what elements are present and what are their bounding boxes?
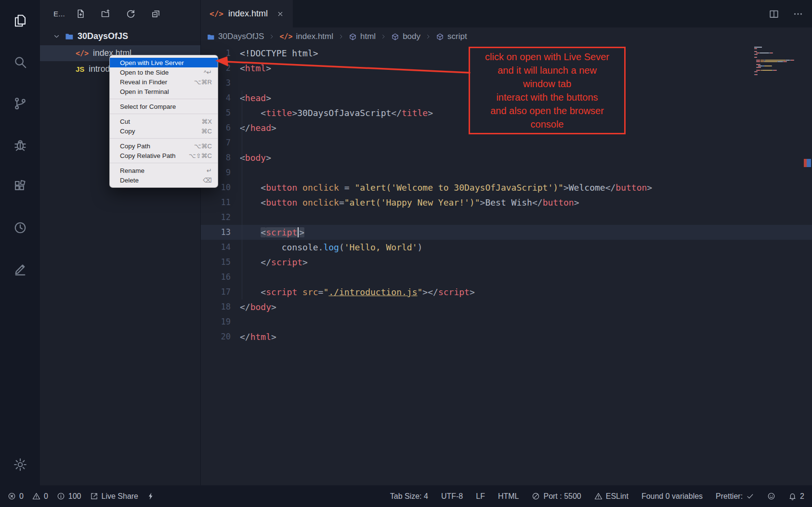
status-label: Port : 5500: [543, 492, 581, 501]
menu-item-open-with-live-server[interactable]: Open with Live Server: [110, 58, 218, 67]
menu-item-copy-relative-path[interactable]: Copy Relative Path⌥⇧⌘C: [110, 151, 218, 160]
annotation-text: window tab: [473, 77, 621, 91]
vscode-window: E... 30DaysOfJS </>index.htmlJSintroduct…: [0, 0, 812, 507]
breadcrumb-label: html: [360, 32, 376, 41]
code-line-19[interactable]: 19: [201, 314, 812, 329]
settings-icon[interactable]: [0, 444, 40, 485]
variables-count[interactable]: Found 0 variables: [642, 492, 703, 501]
menu-item-reveal-in-finder[interactable]: Reveal in Finder⌥⌘R: [110, 77, 218, 87]
menu-item-label: Copy Path: [120, 143, 150, 150]
menu-shortcut: ⌘X: [201, 118, 212, 125]
line-number: 19: [201, 314, 231, 329]
info-icon: [57, 492, 65, 500]
code-line-17[interactable]: 17 <script src="./introduction.js"></scr…: [201, 285, 812, 299]
status-label: 0: [19, 492, 24, 501]
code-text: <button onclick = "alert('Welcome to 30D…: [231, 180, 652, 195]
explorer-icon[interactable]: [0, 0, 40, 41]
live-server-port[interactable]: Port : 5500: [532, 492, 581, 501]
menu-item-label: Cut: [120, 118, 130, 125]
info-count[interactable]: 100: [57, 492, 81, 501]
folder-row-30daysofjs[interactable]: 30DaysOfJS: [40, 27, 200, 45]
eslint-status[interactable]: ESLint: [594, 492, 629, 501]
collapse-folders-button[interactable]: [151, 9, 161, 19]
language-indicator[interactable]: HTML: [498, 492, 519, 501]
code-line-18[interactable]: 18</body>: [201, 299, 812, 314]
code-line-13[interactable]: 13 <script>: [201, 225, 812, 240]
menu-item-label: Open to the Side: [120, 69, 169, 76]
breadcrumb-html[interactable]: html: [349, 32, 376, 41]
code-line-20[interactable]: 20</html>: [201, 329, 812, 344]
run-debug-icon[interactable]: [0, 124, 40, 166]
split-editor-button[interactable]: [769, 9, 779, 19]
new-folder-button[interactable]: [101, 9, 111, 19]
tab-close-icon[interactable]: [276, 10, 284, 18]
encoding-indicator[interactable]: UTF-8: [441, 492, 463, 501]
code-line-12[interactable]: 12: [201, 210, 812, 225]
bolt-indicator[interactable]: [147, 492, 155, 500]
search-icon[interactable]: [0, 41, 40, 83]
tab-size-indicator[interactable]: Tab Size: 4: [390, 492, 428, 501]
tab-index-html[interactable]: </> index.html: [201, 0, 293, 27]
more-actions-button[interactable]: [793, 9, 803, 19]
chevron-down-icon: [52, 32, 61, 40]
menu-item-open-in-terminal[interactable]: Open in Terminal: [110, 87, 218, 96]
refresh-explorer-button[interactable]: [126, 9, 136, 19]
cube-icon: [391, 33, 399, 41]
status-label: 100: [68, 492, 81, 501]
code-line-9[interactable]: 9: [201, 165, 812, 180]
code-line-15[interactable]: 15 </script>: [201, 255, 812, 270]
notifications-bell[interactable]: 2: [788, 492, 804, 501]
prettier-status[interactable]: Prettier:: [716, 492, 754, 501]
menu-item-copy[interactable]: Copy⌘C: [110, 126, 218, 136]
annotation-box: click on open with Live Severand it will…: [469, 47, 626, 134]
extensions-icon[interactable]: [0, 166, 40, 207]
problems-warnings[interactable]: 0: [32, 492, 48, 501]
minimap-line: [754, 71, 799, 72]
code-line-8[interactable]: 8<body>: [201, 150, 812, 165]
live-share[interactable]: Live Share: [90, 492, 139, 501]
problems-errors[interactable]: 0: [8, 492, 24, 501]
menu-item-delete[interactable]: Delete⌫: [110, 175, 218, 185]
status-label: Prettier:: [716, 492, 743, 501]
breadcrumb-30daysofjs[interactable]: 30DaysOfJS: [207, 32, 264, 41]
file-type-icon: </>: [76, 49, 89, 58]
menu-item-label: Open in Terminal: [120, 88, 169, 95]
menu-item-select-for-compare[interactable]: Select for Compare: [110, 102, 218, 111]
live-share-icon: [90, 492, 98, 500]
bolt-icon: [147, 492, 155, 500]
menu-item-rename[interactable]: Rename↵: [110, 166, 218, 175]
new-file-button[interactable]: [76, 9, 86, 19]
menu-item-copy-path[interactable]: Copy Path⌥⌘C: [110, 141, 218, 151]
status-label: 2: [800, 492, 804, 501]
line-number: 18: [201, 299, 231, 314]
code-text: [231, 210, 240, 225]
history-icon[interactable]: [0, 207, 40, 248]
line-number: 14: [201, 240, 231, 255]
line-number: 16: [201, 270, 231, 285]
source-control-icon[interactable]: [0, 83, 40, 124]
activity-bar-top: [0, 0, 40, 290]
breadcrumb-label: 30DaysOfJS: [218, 32, 264, 41]
menu-item-cut[interactable]: Cut⌘X: [110, 117, 218, 126]
indent-guide: [242, 91, 242, 299]
code-text: <title>30DaysOfJavaScript</title>: [231, 105, 433, 120]
feedback-icon[interactable]: [0, 248, 40, 290]
minimap-line: [754, 58, 799, 59]
code-line-11[interactable]: 11 <button onclick="alert('Happy New Yea…: [201, 195, 812, 210]
feedback-smiley[interactable]: [767, 492, 775, 500]
breadcrumb-script[interactable]: script: [436, 32, 467, 41]
code-line-7[interactable]: 7: [201, 135, 812, 150]
code-line-16[interactable]: 16: [201, 270, 812, 285]
breadcrumb-body[interactable]: body: [391, 32, 420, 41]
breadcrumb-index-html[interactable]: </>index.html: [279, 32, 333, 41]
explorer-header-actions: [76, 9, 161, 19]
minimap-line: [754, 54, 799, 55]
eol-indicator[interactable]: LF: [476, 492, 485, 501]
minimap-line: [754, 48, 799, 49]
minimap[interactable]: [754, 47, 799, 76]
menu-item-open-to-the-side[interactable]: Open to the Side^↵: [110, 67, 218, 77]
menu-shortcut: ↵: [207, 167, 212, 174]
code-line-14[interactable]: 14 console.log('Hello, World'): [201, 240, 812, 255]
html-icon: </>: [279, 32, 292, 41]
code-line-10[interactable]: 10 <button onclick = "alert('Welcome to …: [201, 180, 812, 195]
